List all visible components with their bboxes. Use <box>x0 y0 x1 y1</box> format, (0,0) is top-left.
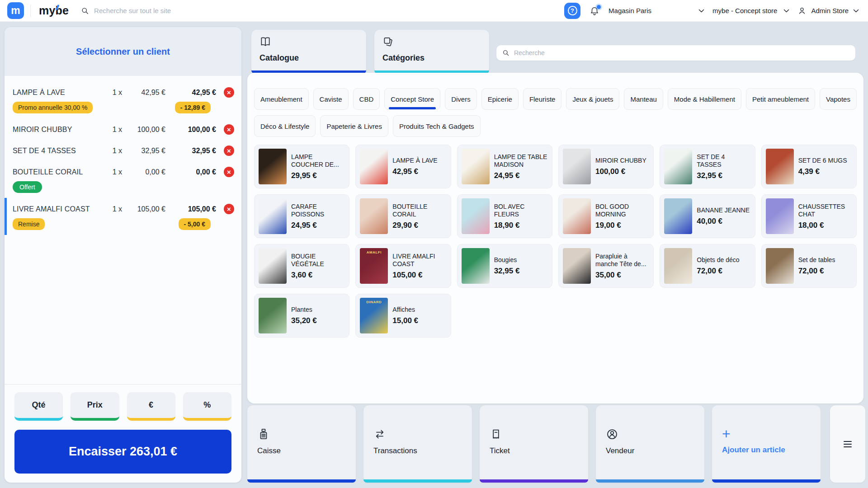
tab-catalogue[interactable]: Catalogue <box>251 30 366 73</box>
product-info: Objets de déco 72,00 € <box>697 256 739 276</box>
product-card[interactable]: SET DE 6 MUGS 4,39 € <box>761 145 857 188</box>
product-name: LIVRE AMALFI COAST <box>392 253 446 268</box>
nav-indicator <box>712 479 821 483</box>
remove-item-button[interactable]: × <box>224 167 234 177</box>
product-info: Set de tables 72,00 € <box>798 256 835 276</box>
product-price: 29,90 € <box>392 221 446 230</box>
product-card[interactable]: SET DE 4 TASSES 32,95 € <box>660 145 755 188</box>
chevron-down-icon <box>698 9 704 13</box>
product-name: Affiches <box>392 306 418 314</box>
product-image: AMALFI <box>360 248 388 284</box>
cart-action-button[interactable]: Prix <box>71 392 119 421</box>
category-chip[interactable]: Divers <box>445 88 477 110</box>
category-chip[interactable]: Jeux & jouets <box>566 88 619 110</box>
product-card[interactable]: Parapluie à manche Tête de... 35,00 € <box>558 244 654 288</box>
product-info: Affiches 15,00 € <box>392 306 418 325</box>
help-button[interactable]: ? <box>564 3 580 19</box>
product-card[interactable]: LAMPE DE TABLE MADISON 24,95 € <box>457 145 552 188</box>
product-card[interactable]: DINARD Affiches 15,00 € <box>355 294 451 338</box>
category-chip[interactable]: Manteau <box>624 88 663 110</box>
app-logo[interactable]: m <box>7 2 24 19</box>
product-card[interactable]: CHAUSSETTES CHAT 18,00 € <box>761 194 857 238</box>
more-menu-button[interactable] <box>830 405 865 483</box>
product-grid: LAMPE COUCHER DE... 29,95 € LAMPE À LAVE… <box>254 145 857 338</box>
cart-item[interactable]: LIVRE AMALFI COAST 1 x 105,00 € 105,00 €… <box>5 198 241 235</box>
cart-item-unit-price: 0,00 € <box>122 168 165 176</box>
product-card[interactable]: LAMPE COUCHER DE... 29,95 € <box>254 145 349 188</box>
product-card[interactable]: Set de tables 72,00 € <box>761 244 857 288</box>
cart-item-name: MIROIR CHUBBY <box>13 126 102 134</box>
cart-item-unit-price: 105,00 € <box>122 205 165 213</box>
category-chip[interactable]: Vapotes <box>820 88 857 110</box>
remove-item-button[interactable]: × <box>224 204 234 214</box>
cart-item[interactable]: MIROIR CHUBBY 1 x 100,00 € 100,00 € × <box>5 118 241 140</box>
category-chip[interactable]: Concept Store <box>384 88 440 110</box>
product-name: Bougies <box>494 256 520 264</box>
product-name: BOL GOOD MORNING <box>595 203 649 219</box>
product-card[interactable]: CARAFE POISSONS 24,95 € <box>254 194 349 238</box>
product-price: 19,00 € <box>595 221 649 230</box>
product-card[interactable]: BOUGIE VÉGÉTALE 3,60 € <box>254 244 349 288</box>
cart-item[interactable]: SET DE 4 TASSES 1 x 32,95 € 32,95 € × <box>5 140 241 161</box>
product-card[interactable]: LAMPE À LAVE 42,95 € <box>355 145 451 188</box>
nav-vendeur[interactable]: Vendeur <box>596 405 704 483</box>
product-card[interactable]: BOUTEILLE CORAIL 29,90 € <box>355 194 451 238</box>
cart-item-unit-price: 42,95 € <box>122 89 165 97</box>
cart-item-quantity: 1 x <box>102 126 122 134</box>
product-card[interactable]: BOL AVEC FLEURS 18,90 € <box>457 194 552 238</box>
product-info: BOUTEILLE CORAIL 29,90 € <box>392 203 446 230</box>
category-chip[interactable]: Ameublement <box>254 88 309 110</box>
tab-label: Catalogue <box>259 53 358 63</box>
product-card[interactable]: MIROIR CHUBBY 100,00 € <box>558 145 654 188</box>
catalog-search[interactable] <box>496 45 855 61</box>
product-card[interactable]: Objets de déco 72,00 € <box>660 244 755 288</box>
cart-item-name: SET DE 4 TASSES <box>13 147 102 155</box>
category-chip[interactable]: Produits Tech & Gadgets <box>393 115 481 137</box>
product-card[interactable]: Plantes 35,20 € <box>254 294 349 338</box>
product-card[interactable]: AMALFI LIVRE AMALFI COAST 105,00 € <box>355 244 451 288</box>
cart-action-button[interactable]: Qté <box>14 392 63 421</box>
remove-item-button[interactable]: × <box>224 145 234 156</box>
cart-item[interactable]: LAMPE À LAVE 1 x 42,95 € 42,95 € × Promo… <box>5 81 241 118</box>
notifications-button[interactable] <box>589 5 600 17</box>
nav-add-article[interactable]: + Ajouter un article <box>712 405 821 483</box>
category-chip[interactable]: Fleuriste <box>523 88 562 110</box>
store-selector[interactable]: Magasin Paris <box>609 7 704 14</box>
product-name: LAMPE DE TABLE MADISON <box>494 153 548 169</box>
category-chip[interactable]: Papeterie & Livres <box>320 115 388 137</box>
cart-action-button[interactable]: € <box>127 392 175 421</box>
category-chip[interactable]: Petit ameublement <box>746 88 815 110</box>
category-chip[interactable]: Epicerie <box>481 88 519 110</box>
global-search[interactable] <box>80 6 558 15</box>
select-client-button[interactable]: Sélectionner un client <box>5 27 241 76</box>
product-price: 3,60 € <box>291 271 345 280</box>
nav-ticket[interactable]: Ticket <box>480 405 588 483</box>
account-selector[interactable]: mybe - Concept store <box>712 7 789 14</box>
hamburger-icon <box>844 439 852 449</box>
product-card[interactable]: Bougies 32,95 € <box>457 244 552 288</box>
tab-categories[interactable]: Catégories <box>374 30 489 73</box>
product-info: Bougies 32,95 € <box>494 256 520 276</box>
global-search-input[interactable] <box>94 7 248 14</box>
nav-transactions[interactable]: Transactions <box>363 405 472 483</box>
category-chip[interactable]: CBD <box>353 88 380 110</box>
question-mark-icon: ? <box>568 6 577 15</box>
product-card[interactable]: BOL GOOD MORNING 19,00 € <box>558 194 654 238</box>
seller-icon <box>606 428 618 441</box>
item-badge: Offert <box>13 181 42 193</box>
product-card[interactable]: BANANE JEANNE 40,00 € <box>660 194 755 238</box>
cart-item[interactable]: BOUTEILLE CORAIL 1 x 0,00 € 0,00 € × Off… <box>5 161 241 198</box>
product-price: 35,00 € <box>595 271 649 280</box>
user-menu[interactable]: Admin Store <box>797 6 859 15</box>
remove-item-button[interactable]: × <box>224 87 234 98</box>
category-chip[interactable]: Mode & Habillement <box>668 88 741 110</box>
cart-action-button[interactable]: % <box>183 392 231 421</box>
catalog-search-input[interactable] <box>514 49 850 56</box>
checkout-button[interactable]: Encaisser 263,01 € <box>14 430 231 474</box>
remove-item-button[interactable]: × <box>224 124 234 135</box>
category-chip[interactable]: Déco & Lifestyle <box>254 115 316 137</box>
cart-item-badges: Promo annuelle 30,00 % - 12,89 € <box>13 102 234 113</box>
category-chip[interactable]: Caviste <box>313 88 349 110</box>
nav-caisse[interactable]: Caisse <box>247 405 356 483</box>
user-icon <box>797 6 807 15</box>
